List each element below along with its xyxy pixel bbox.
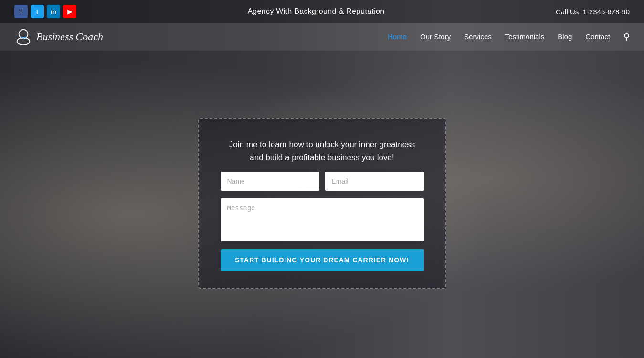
form-name-email-row — [221, 172, 424, 191]
nav-item-blog[interactable]: Blog — [558, 33, 572, 41]
nav-item-our-story[interactable]: Our Story — [420, 33, 451, 41]
nav-item-home[interactable]: Home — [388, 33, 407, 41]
email-input[interactable] — [325, 172, 424, 191]
contact-form-box: Join me to learn how to unlock your inne… — [198, 118, 446, 289]
nav-link-testimonials[interactable]: Testimonials — [505, 33, 545, 41]
logo[interactable]: Business Coach — [14, 28, 103, 46]
name-input[interactable] — [221, 172, 319, 191]
nav-item-testimonials[interactable]: Testimonials — [505, 33, 545, 41]
nav-item-contact[interactable]: Contact — [585, 33, 610, 41]
facebook-icon[interactable]: f — [14, 5, 28, 18]
nav-link-blog[interactable]: Blog — [558, 33, 572, 41]
logo-icon — [14, 28, 32, 46]
tagline: Agency With Background & Reputation — [247, 7, 384, 16]
logo-text: Business Coach — [36, 31, 103, 43]
youtube-icon[interactable]: ▶ — [63, 5, 76, 18]
nav-link-home[interactable]: Home — [388, 33, 407, 41]
submit-button[interactable]: START BUILDING YOUR DREAM CARRIER NOW! — [221, 249, 424, 271]
top-bar: f t in ▶ Agency With Background & Reputa… — [0, 0, 644, 23]
nav-link-our-story[interactable]: Our Story — [420, 33, 451, 41]
message-textarea[interactable] — [221, 198, 424, 241]
navbar: Business Coach Home Our Story Services T… — [0, 23, 644, 51]
hero-content: Join me to learn how to unlock your inne… — [0, 51, 644, 356]
nav-link-services[interactable]: Services — [464, 33, 492, 41]
search-icon[interactable]: ⚲ — [623, 32, 630, 42]
nav-menu: Home Our Story Services Testimonials Blo… — [388, 32, 630, 42]
social-icons-group: f t in ▶ — [14, 5, 76, 18]
nav-search[interactable]: ⚲ — [623, 32, 630, 42]
nav-link-contact[interactable]: Contact — [585, 33, 610, 41]
twitter-icon[interactable]: t — [31, 5, 44, 18]
nav-item-services[interactable]: Services — [464, 33, 492, 41]
phone-number: Call Us: 1-2345-678-90 — [556, 8, 630, 16]
linkedin-icon[interactable]: in — [47, 5, 60, 18]
form-heading: Join me to learn how to unlock your inne… — [229, 138, 415, 164]
